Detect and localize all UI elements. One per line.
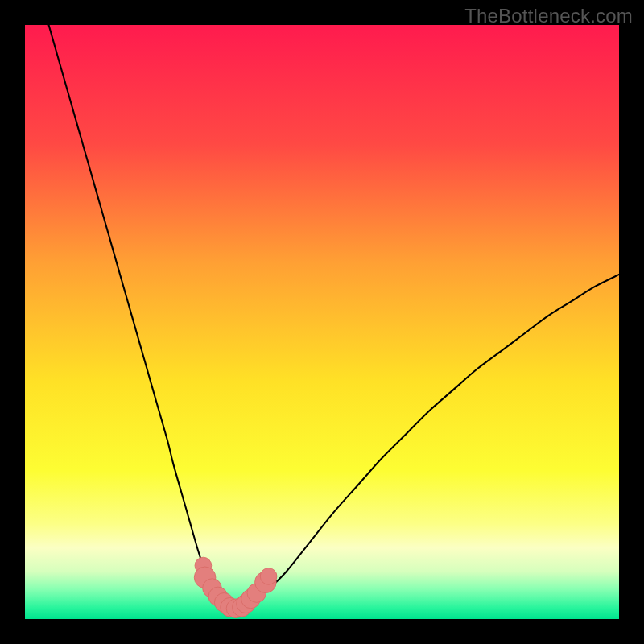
svg-rect-0	[25, 25, 619, 619]
plot-area	[25, 25, 619, 619]
background-gradient	[25, 25, 619, 619]
watermark-text: TheBottleneck.com	[464, 5, 633, 27]
chart-frame: TheBottleneck.com	[0, 0, 644, 644]
